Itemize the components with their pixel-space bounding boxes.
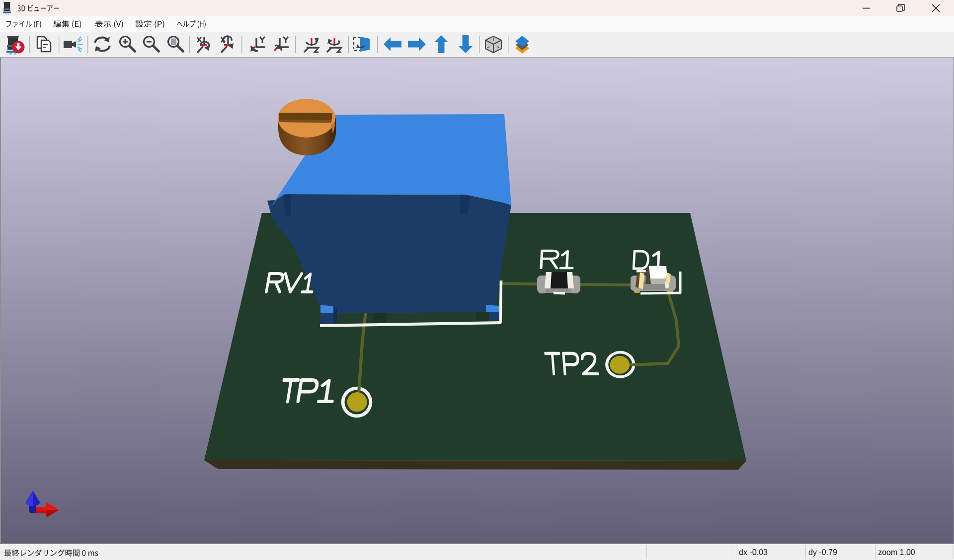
svg-text:zoom 1.00: zoom 1.00	[878, 548, 915, 557]
svg-text:dy -0.79: dy -0.79	[808, 548, 837, 557]
svg-text:dx -0.03: dx -0.03	[739, 548, 768, 557]
